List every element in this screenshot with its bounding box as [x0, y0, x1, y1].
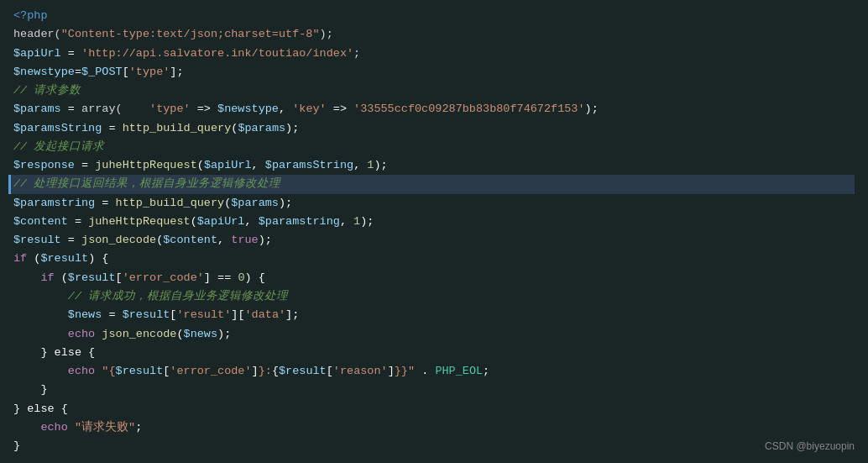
code-line: echo "{$result['error_code']}:{$result['…: [13, 362, 855, 381]
code-token: http_build_query: [116, 197, 225, 209]
code-token: if: [13, 252, 27, 265]
code-token: $newstype: [217, 103, 279, 115]
code-token: $apiUrl: [13, 47, 61, 60]
code-token: );: [217, 328, 231, 340]
code-line: // 请求参数: [13, 82, 855, 100]
code-token: (: [55, 271, 68, 284]
code-line: header("Content-type:text/json;charset=u…: [13, 25, 855, 44]
code-token: 'data': [244, 308, 285, 321]
code-token: $content: [163, 234, 217, 246]
code-token: [: [123, 66, 129, 78]
code-token: ];: [170, 66, 183, 78]
code-line: $apiUrl = 'http://api.salvatore.ink/tout…: [13, 45, 855, 63]
code-token: // 发起接口请求: [13, 140, 104, 153]
code-token: {: [272, 365, 279, 377]
code-token: // 请求参数: [13, 84, 81, 97]
code-token: [: [116, 271, 123, 284]
code-line: <?php: [13, 7, 855, 25]
code-token: (: [176, 328, 183, 340]
code-line: $response = juheHttpRequest($apiUrl, $pa…: [13, 156, 855, 175]
code-token: .: [415, 365, 435, 377]
code-token: ;: [483, 365, 489, 377]
code-token: 'result': [176, 308, 231, 321]
code-token: 'error_code': [123, 271, 204, 284]
code-token: );: [374, 159, 387, 171]
code-token: $result: [279, 365, 327, 377]
code-line: $news = $result['result']['data'];: [13, 306, 855, 324]
code-token: $news: [184, 328, 218, 340]
code-token: );: [259, 234, 272, 246]
code-token: <?php: [13, 9, 48, 22]
code-token: =: [102, 308, 122, 321]
code-token: }:: [259, 365, 272, 377]
code-token: $news: [68, 308, 102, 321]
code-token: );: [285, 122, 299, 134]
code-token: echo: [13, 328, 102, 340]
code-line: $params = array( 'type' => $newstype, 'k…: [13, 100, 855, 118]
code-token: ][: [231, 308, 244, 321]
code-token: =: [95, 197, 115, 209]
code-token: =: [61, 234, 81, 246]
code-token: );: [360, 215, 374, 228]
code-token: ,: [353, 159, 367, 171]
code-token: ) {: [244, 271, 264, 284]
code-token: ];: [285, 308, 299, 321]
code-token: ;: [135, 421, 142, 434]
code-token: '33555ccf0c09287bb83b80f74672f153': [353, 103, 584, 115]
code-token: 'reason': [333, 365, 388, 377]
code-line: $paramsString = http_build_query($params…: [13, 119, 855, 138]
code-token: $result: [40, 252, 88, 265]
code-token: );: [279, 197, 292, 209]
code-token: "{: [102, 365, 115, 377]
code-token: $result: [123, 308, 170, 321]
code-token: header(: [13, 28, 61, 40]
code-line: } else {: [13, 344, 855, 362]
code-token: ,: [217, 234, 231, 246]
code-token: $newstype: [13, 66, 75, 78]
code-token: );: [585, 103, 599, 115]
code-token: } else {: [13, 346, 95, 359]
code-line: $result = json_decode($content, true);: [13, 231, 855, 250]
code-token: $result: [116, 365, 164, 377]
code-token: =: [61, 103, 81, 115]
code-token: }: [13, 383, 48, 396]
code-token: =>: [327, 103, 353, 115]
code-token: ]: [204, 271, 211, 284]
code-token: ]: [388, 365, 395, 377]
code-line: }: [13, 437, 855, 455]
code-line: if ($result['error_code'] == 0) {: [13, 269, 855, 287]
code-line: echo json_encode($news);: [13, 325, 855, 344]
code-token: 1: [353, 215, 360, 228]
code-token: (: [197, 159, 204, 171]
code-token: $_POST: [81, 66, 123, 78]
code-token: "Content-type:text/json;charset=utf-8": [61, 28, 320, 40]
code-token: =: [75, 159, 95, 171]
code-token: =: [68, 215, 88, 228]
code-token: // 处理接口返回结果，根据自身业务逻辑修改处理: [13, 177, 280, 190]
code-token: ,: [244, 215, 258, 228]
code-token: ) {: [88, 252, 108, 265]
code-token: $paramsString: [265, 159, 353, 171]
code-token: ;: [353, 47, 360, 60]
code-token: ==: [211, 271, 238, 284]
code-token: $params: [238, 122, 285, 134]
code-token: =: [102, 122, 122, 134]
code-token: [: [327, 365, 333, 377]
code-token: );: [320, 28, 333, 40]
code-token: json_decode: [81, 234, 156, 246]
code-line: // 处理接口返回结果，根据自身业务逻辑修改处理: [8, 175, 855, 193]
code-token: $paramstring: [259, 215, 340, 228]
code-token: ,: [340, 215, 353, 228]
code-line: $content = juheHttpRequest($apiUrl, $par…: [13, 213, 855, 231]
code-token: "请求失败": [75, 421, 135, 434]
code-line: $newstype=$_POST['type'];: [13, 63, 855, 82]
code-container: <?phpheader("Content-type:text/json;char…: [0, 0, 868, 463]
code-token: http_build_query: [123, 122, 232, 134]
code-token: $apiUrl: [197, 215, 245, 228]
code-token: $params: [13, 103, 61, 115]
code-line: } else {: [13, 400, 855, 418]
code-token: =: [75, 66, 81, 78]
code-token: $response: [13, 159, 75, 171]
code-token: PHP_EOL: [435, 365, 483, 377]
code-token: true: [231, 234, 258, 246]
